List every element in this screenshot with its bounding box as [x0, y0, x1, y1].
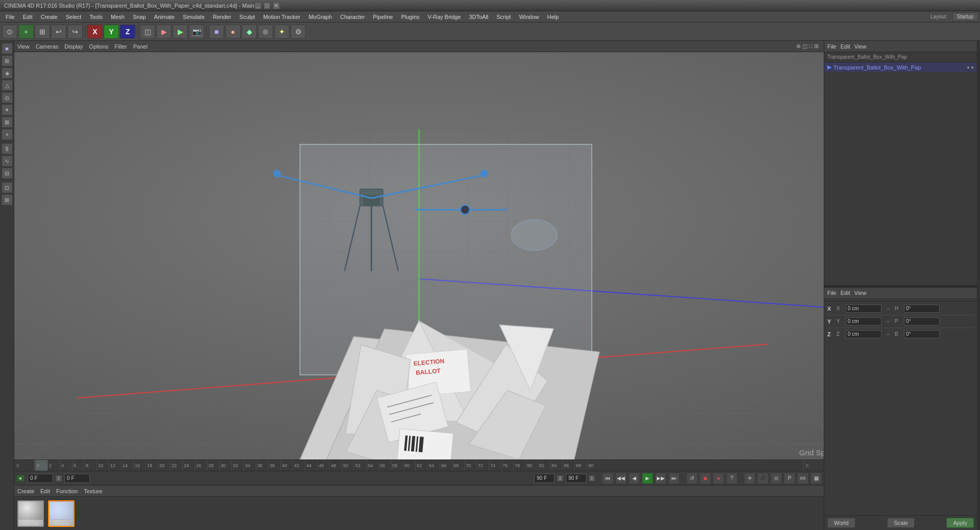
- sidebar-mode-2[interactable]: ⊞: [2, 55, 13, 66]
- vp-menu-panel[interactable]: Panel: [133, 43, 148, 50]
- sidebar-mode-1[interactable]: ■: [2, 43, 13, 54]
- mat-menu-edit[interactable]: Edit: [40, 488, 50, 494]
- sidebar-mode-9[interactable]: $: [2, 143, 13, 154]
- material-mat-bal[interactable]: mat_bal: [17, 500, 44, 527]
- toolbar-scene-icon[interactable]: ⊕: [258, 25, 273, 39]
- transport-motion[interactable]: ≡≡: [797, 473, 808, 484]
- sidebar-mode-12[interactable]: ⊡: [2, 182, 13, 193]
- vp-menu-options[interactable]: Options: [89, 43, 108, 50]
- toolbar-material-icon[interactable]: ◆: [242, 25, 257, 39]
- menu-script[interactable]: Script: [493, 13, 514, 21]
- coord-x-size-input[interactable]: [904, 305, 940, 313]
- menu-simulate[interactable]: Simulate: [179, 13, 208, 21]
- transport-settings[interactable]: ?: [726, 473, 737, 484]
- coord-y-pos-input[interactable]: [846, 317, 881, 326]
- menu-plugins[interactable]: Plugins: [397, 13, 423, 21]
- toolbar-cube-icon[interactable]: ■: [209, 25, 224, 39]
- toolbar-sphere-icon[interactable]: ●: [225, 25, 241, 39]
- timeline-ruler[interactable]: 0 2 4 6 8 10 12 14 16 18 20 22 24 26 28 …: [35, 460, 803, 471]
- transport-go-end[interactable]: ⏭: [668, 473, 680, 484]
- maximize-button[interactable]: □: [264, 2, 271, 9]
- menu-vray[interactable]: V-Ray Bridge: [424, 13, 465, 21]
- mat-menu-create[interactable]: Create: [17, 488, 34, 494]
- menu-3dtoall[interactable]: 3DToAll: [465, 13, 492, 21]
- obj-vis-1[interactable]: ●: [967, 64, 970, 70]
- toolbar-light-icon[interactable]: ✦: [274, 25, 290, 39]
- world-button[interactable]: World: [827, 518, 855, 528]
- toolbar-render-region[interactable]: ◫: [140, 25, 155, 39]
- menu-sculpt[interactable]: Sculpt: [236, 13, 259, 21]
- toolbar-render-active[interactable]: ▶: [173, 25, 188, 39]
- coord-menu-view[interactable]: View: [854, 290, 867, 296]
- coord-menu-file[interactable]: File: [827, 290, 836, 296]
- transport-play-reverse[interactable]: ◀: [629, 473, 640, 484]
- viewport[interactable]: ELECTION BALLOT: [14, 52, 824, 459]
- obj-menu-view[interactable]: View: [854, 43, 867, 50]
- coord-z-pos-input[interactable]: [846, 330, 881, 338]
- apply-button[interactable]: Apply: [946, 518, 974, 528]
- layout-value[interactable]: Startup: [952, 12, 978, 21]
- close-button[interactable]: ✕: [273, 2, 280, 9]
- transport-loop[interactable]: ↺: [686, 473, 698, 484]
- coord-x-pos-input[interactable]: [846, 305, 881, 313]
- toolbar-z-axis[interactable]: Z: [120, 25, 135, 39]
- frame-start-arrows[interactable]: ⇕: [55, 475, 62, 482]
- menu-mesh[interactable]: Mesh: [107, 13, 128, 21]
- transport-markers[interactable]: P: [784, 473, 795, 484]
- right-scrollbar[interactable]: [977, 41, 980, 530]
- sidebar-mode-8[interactable]: ⌖: [2, 129, 13, 140]
- vp-menu-display[interactable]: Display: [64, 43, 83, 50]
- toolbar-undo[interactable]: ↩: [51, 25, 66, 39]
- transport-go-start[interactable]: ⏮: [602, 473, 613, 484]
- coord-z-size-input[interactable]: [904, 330, 940, 338]
- menu-window[interactable]: Window: [515, 13, 542, 21]
- fps-value-arrows[interactable]: ⇕: [588, 475, 595, 482]
- menu-snap[interactable]: Snap: [129, 13, 150, 21]
- sidebar-mode-10[interactable]: ∿: [2, 155, 13, 167]
- transport-play[interactable]: ▶: [642, 473, 653, 484]
- menu-mograph[interactable]: MoGraph: [305, 13, 336, 21]
- menu-motion-tracker[interactable]: Motion Tracker: [259, 13, 304, 21]
- transport-extra[interactable]: ▦: [810, 473, 822, 484]
- material-transpa[interactable]: Transpa: [48, 500, 75, 527]
- transport-snap[interactable]: ✛: [744, 473, 755, 484]
- sidebar-mode-6[interactable]: ✦: [2, 104, 13, 116]
- transport-step-back[interactable]: ◀◀: [615, 473, 627, 484]
- sidebar-mode-7[interactable]: ⊠: [2, 117, 13, 128]
- menu-pipeline[interactable]: Pipeline: [369, 13, 396, 21]
- obj-vis-2[interactable]: ●: [971, 64, 974, 70]
- coord-y-size-input[interactable]: [904, 317, 940, 326]
- sidebar-mode-11[interactable]: ⊟: [2, 168, 13, 179]
- toolbar-select-all[interactable]: ⊞: [35, 25, 50, 39]
- mat-menu-texture[interactable]: Texture: [84, 488, 102, 494]
- object-list-item[interactable]: ▶ Transparent_Ballot_Box_With_Pap ● ●: [824, 62, 977, 72]
- sidebar-mode-5[interactable]: ◎: [2, 92, 13, 103]
- fps-end-input[interactable]: [534, 474, 555, 483]
- minimize-button[interactable]: _: [254, 2, 261, 9]
- transport-record[interactable]: ●: [713, 473, 724, 484]
- toolbar-gear-icon[interactable]: ⚙: [291, 25, 306, 39]
- transport-step-fwd[interactable]: ▶▶: [655, 473, 666, 484]
- transport-record-dot[interactable]: ●: [16, 475, 25, 482]
- toolbar-y-axis[interactable]: Y: [104, 25, 119, 39]
- vp-menu-cameras[interactable]: Cameras: [36, 43, 59, 50]
- transport-key-mode[interactable]: ⬛: [757, 473, 769, 484]
- toolbar-add[interactable]: +: [18, 25, 34, 39]
- menu-animate[interactable]: Animate: [151, 13, 178, 21]
- menu-help[interactable]: Help: [544, 13, 563, 21]
- toolbar-x-axis[interactable]: X: [87, 25, 103, 39]
- menu-select[interactable]: Select: [62, 13, 85, 21]
- obj-menu-edit[interactable]: Edit: [841, 43, 850, 50]
- menu-render[interactable]: Render: [209, 13, 235, 21]
- sidebar-mode-3[interactable]: ◈: [2, 67, 13, 79]
- transport-auto[interactable]: ⊙: [771, 473, 782, 484]
- coord-menu-edit[interactable]: Edit: [841, 290, 850, 296]
- menu-edit[interactable]: Edit: [19, 13, 36, 21]
- fps-arrows[interactable]: ⇕: [557, 475, 564, 482]
- obj-menu-file[interactable]: File: [827, 43, 836, 50]
- vp-menu-view[interactable]: View: [17, 43, 30, 50]
- menu-create[interactable]: Create: [37, 13, 61, 21]
- scale-button[interactable]: Scale: [887, 518, 915, 528]
- mat-menu-function[interactable]: Function: [56, 488, 78, 494]
- menu-character[interactable]: Character: [337, 13, 368, 21]
